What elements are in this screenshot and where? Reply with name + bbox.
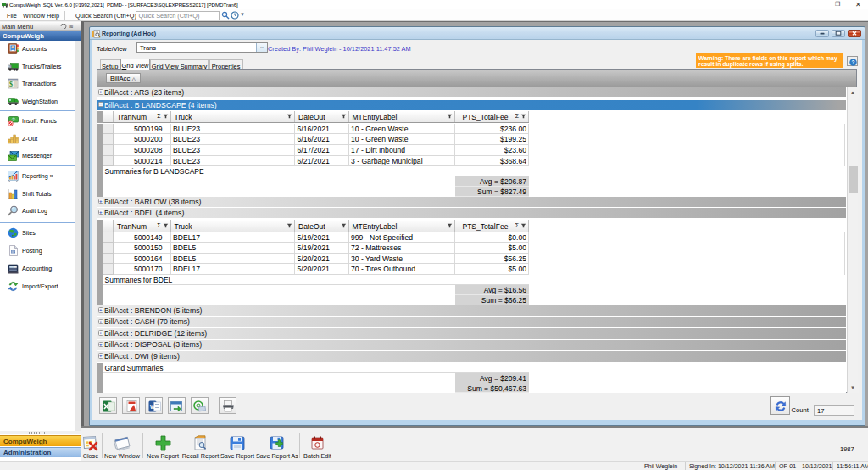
svg-text:?: ? bbox=[851, 59, 854, 64]
svg-text:$: $ bbox=[9, 81, 13, 88]
svg-text:W: W bbox=[150, 403, 156, 409]
